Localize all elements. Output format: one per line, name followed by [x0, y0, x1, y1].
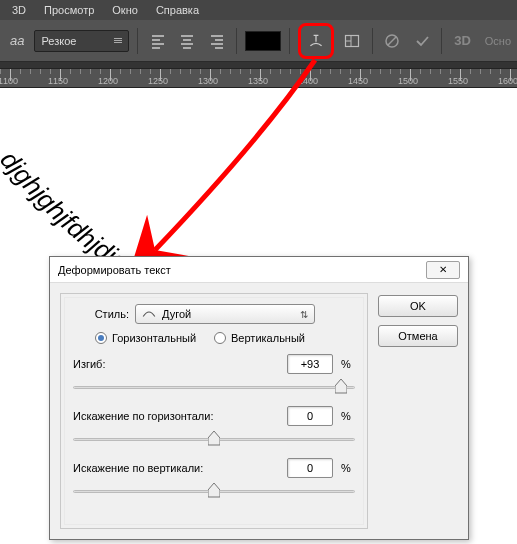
- align-right-button[interactable]: [205, 28, 228, 54]
- antialias-icon: aа: [6, 33, 28, 48]
- commit-button[interactable]: [410, 28, 433, 54]
- svg-line-4: [388, 37, 396, 45]
- style-value: Дугой: [162, 308, 191, 320]
- vdist-label: Искажение по вертикали:: [73, 462, 279, 474]
- warp-text-highlight: [298, 23, 334, 59]
- cancel-button[interactable]: [381, 28, 404, 54]
- cancel-dialog-button[interactable]: Отмена: [378, 325, 458, 347]
- threeD-button[interactable]: 3D: [450, 33, 475, 48]
- menu-window[interactable]: Окно: [112, 4, 138, 16]
- close-icon: ✕: [439, 264, 447, 275]
- hdist-slider[interactable]: [73, 432, 355, 446]
- options-bar: aа Резкое 3D Осно: [0, 20, 517, 62]
- warp-text-dialog: Деформировать текст ✕ Стиль: Дугой ⇅ Гор…: [49, 256, 469, 540]
- style-dropdown[interactable]: Дугой ⇅: [135, 304, 315, 324]
- hdist-input[interactable]: 0: [287, 406, 333, 426]
- dialog-title: Деформировать текст: [58, 264, 171, 276]
- vdist-input[interactable]: 0: [287, 458, 333, 478]
- orientation-horizontal-label: Горизонтальный: [112, 332, 196, 344]
- arc-style-icon: [142, 309, 156, 319]
- percent-label: %: [341, 462, 355, 474]
- hdist-label: Искажение по горизонтали:: [73, 410, 279, 422]
- dialog-titlebar[interactable]: Деформировать текст ✕: [50, 257, 468, 283]
- slider-thumb[interactable]: [336, 380, 346, 394]
- bend-slider[interactable]: [73, 380, 355, 394]
- text-color-swatch[interactable]: [245, 31, 281, 51]
- menu-help[interactable]: Справка: [156, 4, 199, 16]
- percent-label: %: [341, 410, 355, 422]
- align-center-button[interactable]: [176, 28, 199, 54]
- bend-label: Изгиб:: [73, 358, 279, 370]
- horizontal-ruler[interactable]: 1050110011501200125013001350140014501500…: [0, 68, 517, 88]
- antialias-value: Резкое: [41, 35, 76, 47]
- separator: [289, 28, 290, 54]
- radio-icon: [214, 332, 226, 344]
- dialog-close-button[interactable]: ✕: [426, 261, 460, 279]
- chevron-updown-icon: ⇅: [300, 309, 308, 320]
- options-extra: Осно: [481, 35, 511, 47]
- dropdown-lines-icon: [114, 38, 122, 43]
- menu-view[interactable]: Просмотр: [44, 4, 94, 16]
- orientation-horizontal-radio[interactable]: Горизонтальный: [95, 332, 196, 344]
- panels-toggle-button[interactable]: [340, 28, 363, 54]
- warp-text-button[interactable]: [303, 28, 329, 54]
- separator: [236, 28, 237, 54]
- orientation-vertical-label: Вертикальный: [231, 332, 305, 344]
- slider-thumb[interactable]: [209, 484, 219, 498]
- percent-label: %: [341, 358, 355, 370]
- style-label: Стиль:: [73, 308, 129, 320]
- orientation-vertical-radio[interactable]: Вертикальный: [214, 332, 305, 344]
- align-left-button[interactable]: [146, 28, 169, 54]
- vdist-slider[interactable]: [73, 484, 355, 498]
- separator: [372, 28, 373, 54]
- antialias-dropdown[interactable]: Резкое: [34, 30, 129, 52]
- separator: [441, 28, 442, 54]
- bend-input[interactable]: +93: [287, 354, 333, 374]
- menu-bar: 3D Просмотр Окно Справка: [0, 0, 517, 20]
- separator: [137, 28, 138, 54]
- ok-button[interactable]: OK: [378, 295, 458, 317]
- slider-thumb[interactable]: [209, 432, 219, 446]
- dialog-options-panel: Стиль: Дугой ⇅ Горизонтальный Вертикальн…: [60, 293, 368, 529]
- menu-3d[interactable]: 3D: [12, 4, 26, 16]
- radio-icon: [95, 332, 107, 344]
